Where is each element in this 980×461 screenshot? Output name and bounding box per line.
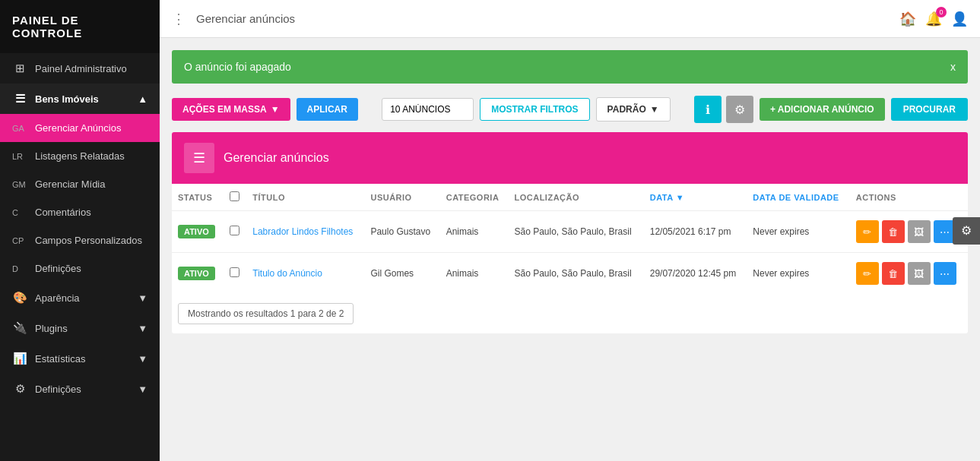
sidebar-item-definicoes[interactable]: ⚙ Definições ▼ bbox=[0, 374, 160, 404]
prefix-label: GA bbox=[12, 124, 27, 133]
toolbar-icons: ℹ ⚙ bbox=[694, 96, 753, 123]
mostrar-filtros-button[interactable]: MOSTRAR FILTROS bbox=[480, 98, 589, 121]
toolbar-center: 10 ANÚNCIOS 25 ANÚNCIOS 50 ANÚNCIOS MOST… bbox=[382, 97, 670, 122]
sidebar-item-label: Listagens Relatadas bbox=[35, 150, 125, 162]
titulo-link[interactable]: Labrador Lindos Filhotes bbox=[252, 226, 353, 237]
col-validade[interactable]: DATA DE VALIDADE bbox=[747, 184, 850, 211]
sidebar-item-label: Painel Administrativo bbox=[35, 63, 127, 74]
select-all-checkbox[interactable] bbox=[230, 191, 239, 201]
page-title: Gerenciar anúncios bbox=[196, 12, 295, 25]
sidebar-item-label: Definições bbox=[35, 263, 81, 274]
toolbar-right: ℹ ⚙ + ADICIONAR ANÚNCIO PROCURAR bbox=[694, 96, 968, 123]
sidebar-item-aparencia[interactable]: 🎨 Aparência ▼ bbox=[0, 283, 160, 313]
topbar-left: ⋮ Gerenciar anúncios bbox=[172, 11, 295, 27]
procurar-button[interactable]: PROCURAR bbox=[891, 98, 968, 121]
sidebar-item-gerenciar-anuncios[interactable]: GA Gerenciar Anúncios bbox=[0, 114, 160, 142]
chevron-down-icon: ▼ bbox=[138, 353, 147, 365]
notification-badge: 0 bbox=[936, 7, 947, 17]
sidebar: PAINEL DE CONTROLE ⊞ Painel Administrati… bbox=[0, 0, 160, 461]
delete-button[interactable]: 🗑 bbox=[882, 220, 905, 243]
sidebar-item-label: Estatísticas bbox=[35, 353, 85, 365]
prefix-label: D bbox=[12, 264, 27, 273]
chevron-down-icon: ▼ bbox=[271, 104, 280, 115]
prefix-label: GM bbox=[12, 180, 27, 189]
toolbar-row: AÇÕES EM MASSA ▼ APLICAR 10 ANÚNCIOS 25 … bbox=[172, 96, 968, 123]
table-row: ATIVO Labrador Lindos Filhotes Paulo Gus… bbox=[172, 211, 968, 253]
count-select[interactable]: 10 ANÚNCIOS 25 ANÚNCIOS 50 ANÚNCIOS bbox=[382, 98, 474, 121]
plugin-icon: 🔌 bbox=[12, 321, 27, 335]
status-badge: ATIVO bbox=[178, 267, 215, 280]
sidebar-item-comentarios[interactable]: C Comentários bbox=[0, 198, 160, 226]
chevron-down-icon: ▼ bbox=[138, 384, 147, 395]
data-cell: 29/07/2020 12:45 pm bbox=[644, 253, 747, 295]
alert-close-button[interactable]: x bbox=[950, 61, 956, 73]
info-icon-button[interactable]: ℹ bbox=[694, 96, 722, 123]
sidebar-item-campos[interactable]: CP Campos Personalizados bbox=[0, 226, 160, 254]
edit-button[interactable]: ✏ bbox=[856, 220, 879, 243]
usuario-cell: Gil Gomes bbox=[364, 253, 439, 295]
sidebar-item-label: Campos Personalizados bbox=[35, 235, 142, 246]
table-card-header: ☰ Gerenciar anúncios bbox=[172, 132, 968, 184]
bell-icon[interactable]: 🔔 0 bbox=[925, 11, 942, 27]
home-icon[interactable]: 🏠 bbox=[899, 11, 916, 27]
topbar-right: 🏠 🔔 0 👤 bbox=[899, 11, 968, 27]
sidebar-item-estatisticas[interactable]: 📊 Estatísticas ▼ bbox=[0, 343, 160, 374]
sidebar-item-painel[interactable]: ⊞ Painel Administrativo bbox=[0, 53, 160, 84]
user-icon[interactable]: 👤 bbox=[951, 11, 968, 27]
stats-icon: 📊 bbox=[12, 352, 27, 365]
categoria-cell: Animais bbox=[440, 211, 509, 253]
toolbar-left: AÇÕES EM MASSA ▼ APLICAR bbox=[172, 98, 358, 121]
grid-icon: ⊞ bbox=[12, 62, 27, 75]
sidebar-item-gerenciar-midia[interactable]: GM Gerenciar Mídia bbox=[0, 170, 160, 198]
data-cell: 12/05/2021 6:17 pm bbox=[644, 211, 747, 253]
status-badge: ATIVO bbox=[178, 225, 215, 238]
sidebar-item-label: Aparência bbox=[35, 292, 80, 304]
count-select-wrap[interactable]: 10 ANÚNCIOS 25 ANÚNCIOS 50 ANÚNCIOS bbox=[382, 98, 474, 121]
settings-icon-button[interactable]: ⚙ bbox=[726, 96, 753, 123]
actions-cell: ✏ 🗑 🖼 ⋯ bbox=[856, 220, 962, 243]
padrao-button[interactable]: PADRÃO ▼ bbox=[596, 97, 671, 122]
validade-cell: Never expires bbox=[747, 253, 850, 295]
menu-icon: ☰ bbox=[12, 92, 27, 106]
sidebar-item-definicoes-sub[interactable]: D Definições bbox=[0, 254, 160, 283]
table-card-title: Gerenciar anúncios bbox=[224, 151, 329, 165]
col-titulo: TÍTULO bbox=[246, 184, 364, 211]
sidebar-item-plugins[interactable]: 🔌 Plugins ▼ bbox=[0, 313, 160, 343]
usuario-cell: Paulo Gustavo bbox=[364, 211, 439, 253]
image-button[interactable]: 🖼 bbox=[908, 220, 931, 243]
sidebar-item-listagens[interactable]: LR Listagens Relatadas bbox=[0, 142, 160, 170]
delete-button[interactable]: 🗑 bbox=[882, 262, 905, 285]
col-status: STATUS bbox=[172, 184, 224, 211]
acoes-em-massa-button[interactable]: AÇÕES EM MASSA ▼ bbox=[172, 98, 290, 121]
titulo-link[interactable]: Titulo do Anúncio bbox=[252, 268, 322, 279]
more-button[interactable]: ⋯ bbox=[934, 262, 956, 285]
sidebar-item-label: Comentários bbox=[35, 207, 91, 218]
sidebar-item-label: Bens Imóveis bbox=[35, 93, 99, 105]
table-icon: ☰ bbox=[184, 143, 214, 173]
menu-dots-icon[interactable]: ⋮ bbox=[172, 11, 186, 27]
chevron-down-icon: ▼ bbox=[138, 323, 147, 334]
prefix-label: CP bbox=[12, 236, 27, 245]
table-row: ATIVO Titulo do Anúncio Gil Gomes Animai… bbox=[172, 253, 968, 295]
image-button[interactable]: 🖼 bbox=[908, 262, 931, 285]
edit-button[interactable]: ✏ bbox=[856, 262, 879, 285]
col-data[interactable]: DATA ▼ bbox=[644, 184, 747, 211]
col-checkbox[interactable] bbox=[224, 184, 246, 211]
alert-message: O anúncio foi apagado bbox=[184, 61, 291, 73]
floating-gear-button[interactable]: ⚙ bbox=[953, 217, 980, 245]
row-checkbox[interactable] bbox=[230, 226, 239, 235]
add-anuncio-button[interactable]: + ADICIONAR ANÚNCIO bbox=[760, 98, 885, 121]
col-actions: ACTIONS bbox=[850, 184, 968, 211]
prefix-label: C bbox=[12, 208, 27, 217]
table-card: ☰ Gerenciar anúncios STATUS TÍTULO USUÁR… bbox=[172, 132, 968, 333]
gear-icon: ⚙ bbox=[12, 382, 27, 396]
col-localizacao: LOCALIZAÇÃO bbox=[508, 184, 643, 211]
aplicar-button[interactable]: APLICAR bbox=[297, 98, 358, 121]
actions-cell: ✏ 🗑 🖼 ⋯ bbox=[856, 262, 962, 285]
anuncios-table: STATUS TÍTULO USUÁRIO CATEGORIA LOCALIZA… bbox=[172, 184, 968, 294]
col-usuario: USUÁRIO bbox=[364, 184, 439, 211]
sidebar-item-bens-imoveis[interactable]: ☰ Bens Imóveis ▲ bbox=[0, 84, 160, 114]
chevron-down-icon: ▼ bbox=[650, 104, 659, 115]
main-content: ⋮ Gerenciar anúncios 🏠 🔔 0 👤 O anúncio f… bbox=[160, 0, 980, 461]
row-checkbox[interactable] bbox=[230, 267, 239, 277]
